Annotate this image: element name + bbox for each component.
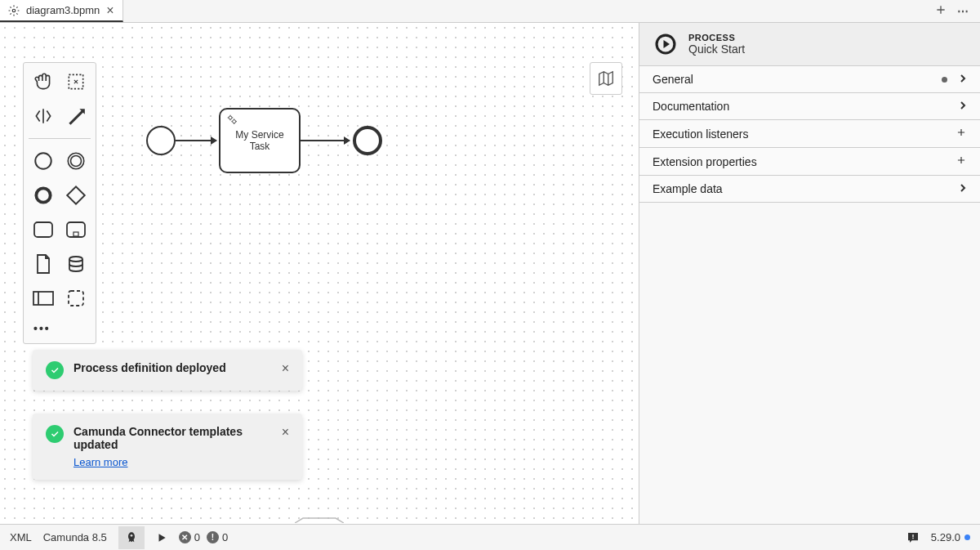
properties-panel: PROCESS Quick Start General Documentatio… [639, 23, 980, 524]
bpmn-sequence-flow[interactable] [301, 140, 350, 141]
gateway-tool[interactable] [61, 181, 91, 209]
svg-rect-7 [34, 222, 52, 237]
tab-title: diagram3.bpmn [26, 4, 100, 16]
bpmn-start-event[interactable] [146, 126, 176, 155]
intermediate-event-tool[interactable] [61, 147, 91, 175]
bpmn-service-task[interactable]: My Service Task [219, 108, 301, 173]
panel-drag-handle[interactable] [287, 516, 352, 524]
error-icon: ✕ [179, 531, 191, 543]
panel-section-example-data[interactable]: Example data [639, 175, 980, 203]
toast-templates: Camunda Connector templates updated Lear… [33, 414, 302, 480]
panel-subtitle: Quick Start [688, 42, 745, 56]
lasso-tool[interactable] [61, 68, 91, 96]
start-event-tool[interactable] [29, 147, 58, 175]
data-object-tool[interactable] [29, 250, 58, 278]
new-tab-icon[interactable] [934, 3, 947, 19]
svg-rect-8 [67, 222, 85, 237]
palette-more[interactable]: ••• [29, 319, 91, 338]
svg-point-16 [130, 534, 132, 537]
toast-close-icon[interactable]: × [282, 425, 289, 440]
bpmn-sequence-flow[interactable] [176, 140, 216, 141]
svg-point-5 [36, 188, 50, 202]
service-task-icon [225, 113, 238, 128]
toast-title: Camunda Connector templates updated [74, 425, 272, 451]
participant-tool[interactable] [29, 284, 58, 312]
success-icon [46, 425, 64, 443]
panel-section-documentation[interactable]: Documentation [639, 92, 980, 119]
space-tool[interactable] [29, 102, 58, 130]
toast-deployed: Process definition deployed × [33, 350, 302, 391]
svg-rect-6 [67, 186, 84, 203]
update-dot [964, 534, 970, 540]
panel-section-general[interactable]: General [639, 65, 980, 92]
more-icon[interactable]: ⋯ [957, 5, 970, 18]
chevron-right-icon [959, 73, 967, 86]
canvas[interactable]: ••• My Service Task Process definition d… [0, 23, 639, 524]
svg-point-10 [69, 257, 82, 262]
chevron-right-icon [959, 182, 967, 195]
tab-close-icon[interactable]: × [106, 4, 114, 17]
svg-point-2 [35, 153, 51, 169]
panel-header: PROCESS Quick Start [639, 23, 980, 65]
warning-icon: ! [207, 531, 219, 543]
end-event-tool[interactable] [29, 181, 58, 209]
chevron-right-icon [959, 100, 967, 113]
panel-section-extension-properties[interactable]: Extension properties [639, 147, 980, 175]
status-errors[interactable]: ✕ 0 ! 0 [179, 531, 228, 543]
svg-point-0 [12, 9, 16, 12]
run-button[interactable] [156, 532, 167, 543]
tool-palette: ••• [23, 62, 96, 344]
hand-tool[interactable] [29, 68, 58, 96]
status-engine[interactable]: Camunda 8.5 [43, 531, 107, 543]
success-icon [46, 361, 64, 379]
svg-point-14 [229, 116, 232, 119]
panel-section-execution-listeners[interactable]: Execution listeners [639, 119, 980, 147]
plus-icon[interactable] [956, 154, 967, 168]
indicator-dot [942, 77, 947, 83]
svg-point-15 [233, 120, 236, 123]
toast-close-icon[interactable]: × [282, 361, 289, 376]
status-version[interactable]: 5.29.0 [931, 531, 970, 543]
group-tool[interactable] [61, 284, 91, 312]
task-tool[interactable] [29, 216, 58, 244]
deploy-button[interactable] [118, 526, 145, 549]
svg-rect-9 [74, 232, 78, 236]
status-bar: XML Camunda 8.5 ✕ 0 ! 0 5.29.0 [0, 524, 980, 550]
gear-icon [8, 5, 20, 16]
svg-rect-17 [912, 534, 913, 537]
bpmn-end-event[interactable] [353, 126, 382, 155]
toast-title: Process definition deployed [74, 361, 272, 374]
toast-link[interactable]: Learn more [74, 456, 127, 468]
svg-rect-11 [33, 292, 53, 305]
subprocess-tool[interactable] [61, 216, 91, 244]
plus-icon[interactable] [956, 127, 967, 141]
minimap-toggle[interactable] [590, 62, 622, 95]
svg-rect-13 [69, 291, 83, 306]
tab-active[interactable]: diagram3.bpmn × [0, 0, 123, 22]
svg-point-4 [71, 156, 82, 167]
tab-bar: diagram3.bpmn × ⋯ [0, 0, 980, 23]
task-label: My Service Task [225, 129, 294, 152]
connect-tool[interactable] [61, 102, 91, 130]
svg-rect-18 [912, 538, 913, 539]
process-icon [653, 31, 679, 57]
status-xml[interactable]: XML [10, 531, 32, 543]
data-store-tool[interactable] [61, 250, 91, 278]
panel-type-label: PROCESS [688, 33, 745, 42]
feedback-icon[interactable] [906, 531, 920, 544]
